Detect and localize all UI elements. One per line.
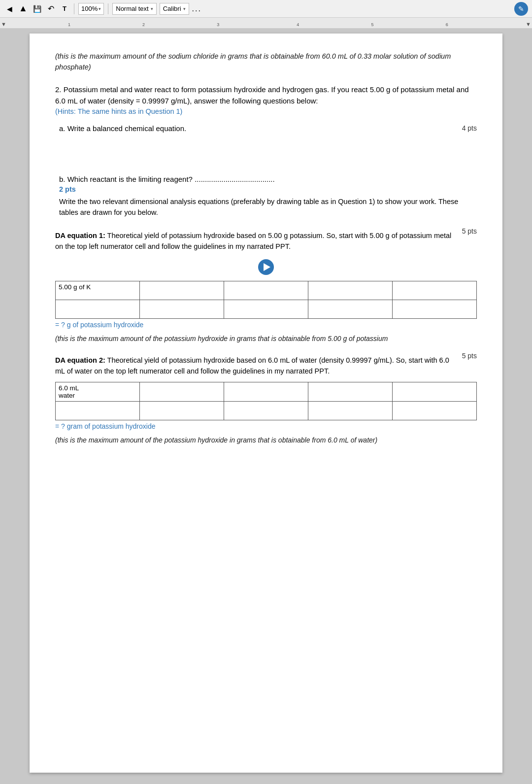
style-label: Normal text bbox=[116, 5, 148, 12]
da1-pts: 5 pts bbox=[462, 227, 477, 235]
play-button-container[interactable] bbox=[55, 259, 477, 275]
answer-dots: ....................................... bbox=[195, 175, 275, 183]
ruler-mark-2: 2 bbox=[142, 22, 145, 27]
save-icon[interactable]: 💾 bbox=[32, 3, 42, 14]
da1-cell-2-1 bbox=[56, 300, 140, 318]
question-2-number: 2. bbox=[55, 85, 62, 94]
sub-question-b: b. Which reactant is the limiting reagen… bbox=[59, 175, 477, 218]
font-dropdown[interactable]: Calibri ▾ bbox=[160, 3, 189, 15]
da-equation-1-block: DA equation 1: Theoretical yield of pota… bbox=[55, 227, 477, 344]
ruler-inner: 1 2 3 4 5 6 bbox=[0, 18, 532, 27]
da2-cell-1-3 bbox=[224, 382, 308, 401]
question-2-hint: (Hints: The same hints as in Question 1) bbox=[55, 107, 477, 115]
zoom-value: 100% bbox=[81, 5, 98, 12]
da2-cell-2-4 bbox=[308, 401, 393, 420]
sub-question-a-label: a. Write a balanced chemical equation. bbox=[59, 124, 452, 133]
style-dropdown[interactable]: Normal text ▾ bbox=[112, 3, 156, 15]
da1-cell-2-3 bbox=[224, 300, 308, 318]
separator-2 bbox=[108, 3, 108, 14]
style-arrow[interactable]: ▾ bbox=[151, 6, 153, 11]
da1-cell-1-5 bbox=[393, 281, 477, 300]
da2-cell-2-3 bbox=[224, 401, 308, 420]
question-2: 2. Potassium metal and water react to fo… bbox=[55, 84, 477, 116]
da2-table: 6.0 mLwater bbox=[55, 382, 477, 420]
logo-icon: ▲ bbox=[18, 3, 29, 14]
da2-cell-1-2 bbox=[140, 382, 224, 401]
da1-note: (this is the maximum amount of the potas… bbox=[55, 334, 477, 344]
da2-caption: = ? gram of potassium hydroxide bbox=[55, 422, 477, 430]
zoom-control[interactable]: 100% ▾ bbox=[78, 3, 104, 15]
da2-pts: 5 pts bbox=[462, 352, 477, 360]
da2-cell-2-5 bbox=[393, 401, 477, 420]
play-triangle-icon bbox=[264, 263, 270, 271]
da1-table: 5.00 g of K bbox=[55, 281, 477, 319]
da2-description: Theoretical yield of potassium hydroxide… bbox=[55, 356, 449, 375]
sub-question-b-label: b. Which reactant is the limiting reagen… bbox=[59, 175, 195, 183]
play-button[interactable] bbox=[258, 259, 274, 275]
da2-text: DA equation 2: Theoretical yield of pota… bbox=[55, 355, 454, 377]
da2-note: (this is the maximum amount of the potas… bbox=[55, 435, 477, 445]
toolbar: ◀ ▲ 💾 ↶ T 100% ▾ Normal text ▾ Calibri ▾… bbox=[0, 0, 532, 18]
da1-table-row-1: 5.00 g of K bbox=[56, 281, 477, 300]
da2-cell-1-4 bbox=[308, 382, 393, 401]
ruler-mark-3: 3 bbox=[217, 22, 219, 27]
da1-cell-1-1: 5.00 g of K bbox=[56, 281, 140, 300]
da2-cell-1-1: 6.0 mLwater bbox=[56, 382, 140, 401]
ruler-right-arrow: ▼ bbox=[526, 21, 531, 27]
da-equation-2-block: DA equation 2: Theoretical yield of pota… bbox=[55, 352, 477, 445]
ruler: ▼ 1 2 3 4 5 6 ▼ bbox=[0, 18, 532, 29]
sub-question-a-header: a. Write a balanced chemical equation. 4… bbox=[59, 124, 477, 133]
da2-label: DA equation 2: bbox=[55, 356, 105, 364]
da1-cell-1-1-label: 5.00 g of K bbox=[59, 283, 91, 291]
da1-description: Theoretical yield of potassium hydroxide… bbox=[55, 232, 451, 250]
da1-cell-2-4 bbox=[308, 300, 393, 318]
da2-table-row-2 bbox=[56, 401, 477, 420]
sub-question-a: a. Write a balanced chemical equation. 4… bbox=[59, 124, 477, 166]
da1-cell-2-5 bbox=[393, 300, 477, 318]
da1-cell-2-2 bbox=[140, 300, 224, 318]
sub-question-b-pts: 2 pts bbox=[59, 185, 76, 193]
sub-question-b-header: b. Which reactant is the limiting reagen… bbox=[59, 175, 477, 183]
da1-header-row: DA equation 1: Theoretical yield of pota… bbox=[55, 227, 477, 252]
ruler-mark-5: 5 bbox=[371, 22, 373, 27]
da2-table-wrapper: 6.0 mLwater bbox=[55, 382, 477, 420]
da2-cell-2-2 bbox=[140, 401, 224, 420]
sub-question-a-pts: 4 pts bbox=[462, 124, 477, 132]
more-options[interactable]: ... bbox=[192, 4, 201, 13]
da1-cell-1-3 bbox=[224, 281, 308, 300]
sub-question-b-instruction: Write the two relevant dimensional analy… bbox=[59, 196, 477, 218]
format-icon[interactable]: T bbox=[59, 3, 70, 14]
back-icon[interactable]: ◀ bbox=[4, 3, 15, 14]
font-label: Calibri bbox=[163, 5, 181, 12]
da1-label: DA equation 1: bbox=[55, 232, 105, 239]
da1-cell-1-4 bbox=[308, 281, 393, 300]
da1-cell-1-2 bbox=[140, 281, 224, 300]
da1-table-wrapper: 5.00 g of K bbox=[55, 281, 477, 319]
sub-question-b-pts-row: 2 pts bbox=[59, 185, 477, 193]
ruler-mark-4: 4 bbox=[297, 22, 299, 27]
zoom-arrow[interactable]: ▾ bbox=[99, 6, 101, 11]
edit-button[interactable]: ✎ bbox=[514, 2, 528, 16]
answer-space-a bbox=[59, 136, 477, 166]
question-2-text: Potassium metal and water react to form … bbox=[55, 85, 469, 105]
da1-caption: = ? g of potassium hydroxide bbox=[55, 321, 477, 329]
ruler-mark-6: 6 bbox=[446, 22, 448, 27]
document-page: (this is the maximum amount of the sodiu… bbox=[30, 34, 502, 773]
da2-cell-1-5 bbox=[393, 382, 477, 401]
italic-note: (this is the maximum amount of the sodiu… bbox=[55, 51, 477, 73]
da1-text: DA equation 1: Theoretical yield of pota… bbox=[55, 230, 454, 252]
separator-1 bbox=[74, 3, 74, 14]
da2-cell-2-1 bbox=[56, 401, 140, 420]
da2-table-row-1: 6.0 mLwater bbox=[56, 382, 477, 401]
undo-icon[interactable]: ↶ bbox=[45, 3, 56, 14]
question-2-header: 2. Potassium metal and water react to fo… bbox=[55, 84, 477, 107]
toolbar-right: ✎ bbox=[514, 2, 528, 16]
da1-table-row-2 bbox=[56, 300, 477, 318]
font-arrow[interactable]: ▾ bbox=[183, 6, 186, 11]
ruler-mark-1: 1 bbox=[68, 22, 70, 27]
edit-icon: ✎ bbox=[518, 5, 524, 13]
da2-cell-1-1-label: 6.0 mLwater bbox=[59, 384, 79, 399]
da2-header-row: DA equation 2: Theoretical yield of pota… bbox=[55, 352, 477, 377]
page-container: (this is the maximum amount of the sodiu… bbox=[0, 29, 532, 784]
